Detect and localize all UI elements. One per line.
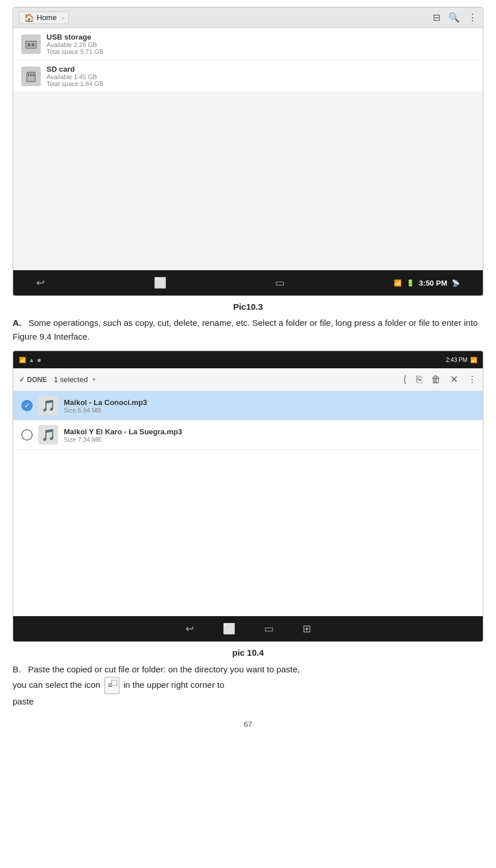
mp3-name-1: Maikol - La Conoci.mp3 xyxy=(64,398,147,407)
home-breadcrumb[interactable]: 🏠 Home › xyxy=(19,11,69,24)
desc-b-line2: you can select the icon xyxy=(13,679,100,689)
selected-count: 1 selected xyxy=(54,375,88,384)
mp3-info-1: Maikol - La Conoci.mp3 Size 6.94 MB xyxy=(64,398,147,414)
checkbox-2[interactable] xyxy=(21,429,33,441)
label-b: B. xyxy=(13,664,21,674)
mp3-icon-2: 🎵 xyxy=(38,425,58,445)
signal-icon-2: 📶 xyxy=(19,357,26,363)
chevron-icon: › xyxy=(62,14,64,21)
multiselect-icon[interactable]: ⊟ xyxy=(433,12,440,23)
wifi-icon-2: ▲ xyxy=(29,357,34,363)
page-number: 67 xyxy=(0,720,496,729)
empty-area-2 xyxy=(13,450,483,616)
search-icon[interactable]: 🔍 xyxy=(448,12,460,23)
time-display: 3:50 PM xyxy=(419,279,447,287)
status-left: 📶 ▲ ■ xyxy=(19,357,41,363)
done-button[interactable]: ✓ DONE xyxy=(19,376,47,384)
mp3-icon-1: 🎵 xyxy=(38,396,58,415)
empty-area-1 xyxy=(13,92,483,270)
caption-1: Pic10.3 xyxy=(0,302,496,312)
mp3-info-2: Maikol Y El Karo - La Suegra.mp3 Size 7.… xyxy=(64,427,182,443)
more-options-icon[interactable]: ⋮ xyxy=(468,12,477,23)
paste-icon xyxy=(104,677,119,694)
file-list-2: ✓ 🎵 Maikol - La Conoci.mp3 Size 6.94 MB … xyxy=(13,391,483,616)
screenshot-nav-icon[interactable]: ⊞ xyxy=(303,622,311,635)
usb-storage-icon xyxy=(21,34,41,54)
battery-icon-2: ■ xyxy=(37,357,41,363)
svg-rect-8 xyxy=(33,73,34,76)
mp3-name-2: Maikol Y El Karo - La Suegra.mp3 xyxy=(64,427,182,436)
sd-total: Total space 1.84 GB xyxy=(46,80,103,87)
sd-card-icon xyxy=(21,67,41,86)
sd-card-info: SD card Available 1.45 GB Total space 1.… xyxy=(46,65,103,87)
share-icon[interactable]: ⟨ xyxy=(403,373,407,386)
recents-nav-icon-2[interactable]: ▭ xyxy=(264,622,274,635)
usb-total: Total space 5.71 GB xyxy=(46,48,103,55)
done-label: DONE xyxy=(27,376,47,384)
usb-available: Available 2.28 GB xyxy=(46,41,103,48)
home-nav-icon[interactable]: ⬜ xyxy=(154,277,166,289)
label-a: A. xyxy=(13,318,21,328)
svg-rect-6 xyxy=(28,73,29,76)
signal-icon: 📶 xyxy=(394,279,402,287)
usb-storage-info: USB storage Available 2.28 GB Total spac… xyxy=(46,33,103,55)
desc-b-line3: in the upper right corner to xyxy=(123,679,224,689)
home-icon: 🏠 xyxy=(24,13,34,22)
svg-rect-2 xyxy=(28,43,30,46)
svg-rect-3 xyxy=(32,43,34,46)
back-nav-icon-2[interactable]: ↩ xyxy=(185,622,194,635)
file-list-1: USB storage Available 2.28 GB Total spac… xyxy=(13,28,483,270)
status-bar-right: 📶 🔋 3:50 PM 📡 xyxy=(394,279,460,287)
more-icon[interactable]: ⋮ xyxy=(467,373,477,386)
mp3-meta-1: Size 6.94 MB xyxy=(64,407,147,414)
screenshot-1: 🏠 Home › ⊟ 🔍 ⋮ USB storage Availab xyxy=(13,7,483,296)
screenshot-2: 📶 ▲ ■ 2:43 PM 📶 ✓ DONE 1 selected ▾ ⟨ ⎘ … xyxy=(13,351,483,642)
usb-storage-name: USB storage xyxy=(46,33,103,41)
desc-b-line4: paste xyxy=(13,696,34,706)
description-a: A. Some operationgs, such as copy, cut, … xyxy=(13,316,483,344)
navbar-2: ↩ ⬜ ▭ ⊞ xyxy=(13,616,483,641)
description-b: B. Paste the copied or cut file or folde… xyxy=(13,662,483,709)
time-display-2: 2:43 PM xyxy=(446,357,467,363)
mp3-item-2[interactable]: 🎵 Maikol Y El Karo - La Suegra.mp3 Size … xyxy=(13,421,483,450)
usb-storage-item[interactable]: USB storage Available 2.28 GB Total spac… xyxy=(13,28,483,60)
sd-available: Available 1.45 GB xyxy=(46,73,103,80)
back-nav-icon[interactable]: ↩ xyxy=(36,277,45,289)
status-right: 2:43 PM 📶 xyxy=(446,357,477,363)
caption-2: pic 10.4 xyxy=(0,648,496,657)
topbar-1: 🏠 Home › ⊟ 🔍 ⋮ xyxy=(13,7,483,28)
desc-b-line1: Paste the copied or cut file or folder: … xyxy=(28,664,300,674)
svg-rect-7 xyxy=(30,73,32,76)
selection-actionbar: ✓ DONE 1 selected ▾ ⟨ ⎘ 🗑 ✕ ⋮ xyxy=(13,368,483,391)
checkmark-icon: ✓ xyxy=(19,376,25,384)
close-icon[interactable]: ✕ xyxy=(450,373,458,386)
checkbox-1[interactable]: ✓ xyxy=(21,400,33,411)
mp3-item-1[interactable]: ✓ 🎵 Maikol - La Conoci.mp3 Size 6.94 MB xyxy=(13,391,483,421)
mp3-meta-2: Size 7.34 MB xyxy=(64,436,182,443)
copy-icon[interactable]: ⎘ xyxy=(416,374,422,386)
recents-nav-icon[interactable]: ▭ xyxy=(275,277,285,289)
actionbar-right: ⟨ ⎘ 🗑 ✕ ⋮ xyxy=(403,373,477,386)
topbar-actions: ⊟ 🔍 ⋮ xyxy=(433,12,477,23)
wifi-icon: 📡 xyxy=(452,279,460,287)
dropdown-arrow-icon[interactable]: ▾ xyxy=(92,376,96,383)
delete-icon[interactable]: 🗑 xyxy=(431,374,441,386)
home-nav-icon-2[interactable]: ⬜ xyxy=(223,622,235,635)
navbar-1: ↩ ⬜ ▭ 📶 🔋 3:50 PM 📡 xyxy=(13,270,483,295)
sd-card-name: SD card xyxy=(46,65,103,73)
signal-bars-icon: 📶 xyxy=(470,357,477,363)
battery-icon: 🔋 xyxy=(406,279,414,287)
home-label: Home xyxy=(37,13,57,22)
status-bar-2: 📶 ▲ ■ 2:43 PM 📶 xyxy=(13,351,483,368)
description-a-text: Some operationgs, such as copy, cut, del… xyxy=(13,318,478,341)
sd-card-item[interactable]: SD card Available 1.45 GB Total space 1.… xyxy=(13,60,483,92)
